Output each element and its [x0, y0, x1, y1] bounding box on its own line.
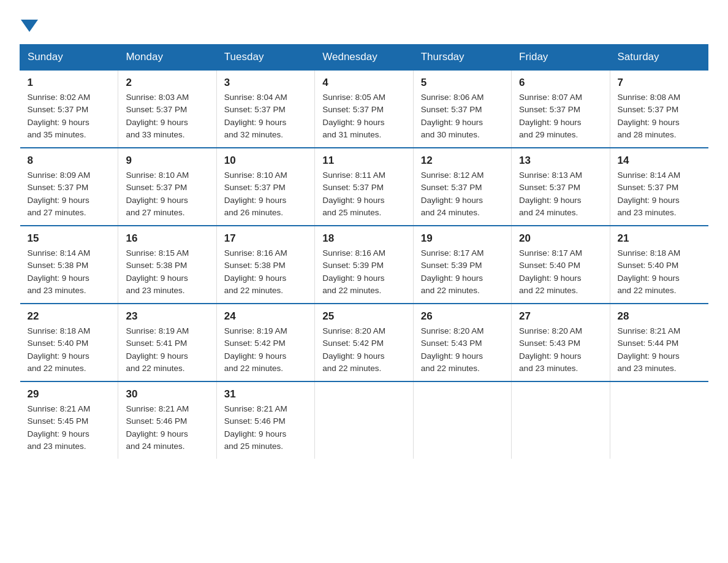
day-number: 21: [618, 232, 701, 245]
calendar-week-row: 8Sunrise: 8:09 AMSunset: 5:37 PMDaylight…: [20, 148, 708, 226]
calendar-day-cell: 5Sunrise: 8:06 AMSunset: 5:37 PMDaylight…: [413, 70, 511, 148]
day-info: Sunrise: 8:17 AMSunset: 5:39 PMDaylight:…: [421, 247, 504, 297]
calendar-day-cell: 29Sunrise: 8:21 AMSunset: 5:45 PMDayligh…: [20, 381, 118, 459]
calendar-day-cell: 9Sunrise: 8:10 AMSunset: 5:37 PMDaylight…: [118, 148, 216, 226]
day-number: 9: [126, 155, 208, 167]
day-info: Sunrise: 8:14 AMSunset: 5:38 PMDaylight:…: [28, 247, 111, 297]
day-info: Sunrise: 8:20 AMSunset: 5:42 PMDaylight:…: [322, 325, 405, 375]
day-info: Sunrise: 8:06 AMSunset: 5:37 PMDaylight:…: [421, 91, 504, 141]
calendar-day-cell: [512, 381, 610, 459]
day-info: Sunrise: 8:02 AMSunset: 5:37 PMDaylight:…: [28, 91, 111, 141]
day-number: 3: [224, 77, 307, 89]
day-number: 22: [28, 310, 111, 323]
day-of-week-header: Sunday: [20, 45, 118, 71]
day-number: 23: [126, 310, 208, 323]
calendar-day-cell: 22Sunrise: 8:18 AMSunset: 5:40 PMDayligh…: [20, 304, 118, 381]
logo-triangle-icon: [21, 20, 38, 32]
calendar-day-cell: 23Sunrise: 8:19 AMSunset: 5:41 PMDayligh…: [118, 304, 216, 381]
day-info: Sunrise: 8:10 AMSunset: 5:37 PMDaylight:…: [126, 169, 208, 219]
day-info: Sunrise: 8:20 AMSunset: 5:43 PMDaylight:…: [519, 325, 602, 375]
day-number: 27: [519, 310, 602, 323]
day-number: 7: [618, 77, 701, 89]
calendar-table: SundayMondayTuesdayWednesdayThursdayFrid…: [20, 44, 708, 459]
calendar-week-row: 29Sunrise: 8:21 AMSunset: 5:45 PMDayligh…: [20, 381, 708, 459]
calendar-day-cell: 20Sunrise: 8:17 AMSunset: 5:40 PMDayligh…: [512, 226, 610, 304]
calendar-day-cell: 17Sunrise: 8:16 AMSunset: 5:38 PMDayligh…: [216, 226, 314, 304]
day-number: 14: [618, 155, 701, 167]
day-number: 1: [28, 77, 111, 89]
calendar-header: SundayMondayTuesdayWednesdayThursdayFrid…: [20, 45, 708, 71]
calendar-day-cell: 18Sunrise: 8:16 AMSunset: 5:39 PMDayligh…: [315, 226, 413, 304]
day-info: Sunrise: 8:19 AMSunset: 5:41 PMDaylight:…: [126, 325, 208, 375]
calendar-day-cell: 21Sunrise: 8:18 AMSunset: 5:40 PMDayligh…: [610, 226, 708, 304]
day-number: 20: [519, 232, 602, 245]
day-info: Sunrise: 8:07 AMSunset: 5:37 PMDaylight:…: [519, 91, 602, 141]
day-number: 17: [224, 232, 307, 245]
calendar-week-row: 15Sunrise: 8:14 AMSunset: 5:38 PMDayligh…: [20, 226, 708, 304]
calendar-day-cell: 14Sunrise: 8:14 AMSunset: 5:37 PMDayligh…: [610, 148, 708, 226]
calendar-day-cell: 25Sunrise: 8:20 AMSunset: 5:42 PMDayligh…: [315, 304, 413, 381]
day-number: 2: [126, 77, 208, 89]
day-info: Sunrise: 8:11 AMSunset: 5:37 PMDaylight:…: [322, 169, 405, 219]
calendar-week-row: 22Sunrise: 8:18 AMSunset: 5:40 PMDayligh…: [20, 304, 708, 381]
day-info: Sunrise: 8:15 AMSunset: 5:38 PMDaylight:…: [126, 247, 208, 297]
day-of-week-header: Wednesday: [315, 45, 413, 71]
day-info: Sunrise: 8:18 AMSunset: 5:40 PMDaylight:…: [618, 247, 701, 297]
calendar-day-cell: 30Sunrise: 8:21 AMSunset: 5:46 PMDayligh…: [118, 381, 216, 459]
calendar-day-cell: 27Sunrise: 8:20 AMSunset: 5:43 PMDayligh…: [512, 304, 610, 381]
day-of-week-header: Thursday: [413, 45, 511, 71]
calendar-day-cell: 31Sunrise: 8:21 AMSunset: 5:46 PMDayligh…: [216, 381, 314, 459]
day-info: Sunrise: 8:13 AMSunset: 5:37 PMDaylight:…: [519, 169, 602, 219]
calendar-day-cell: 19Sunrise: 8:17 AMSunset: 5:39 PMDayligh…: [413, 226, 511, 304]
calendar-day-cell: 1Sunrise: 8:02 AMSunset: 5:37 PMDaylight…: [20, 70, 118, 148]
day-number: 15: [28, 232, 111, 245]
day-number: 28: [618, 310, 701, 323]
calendar-day-cell: [315, 381, 413, 459]
day-info: Sunrise: 8:20 AMSunset: 5:43 PMDaylight:…: [421, 325, 504, 375]
days-of-week-row: SundayMondayTuesdayWednesdayThursdayFrid…: [20, 45, 708, 71]
day-number: 19: [421, 232, 504, 245]
day-info: Sunrise: 8:21 AMSunset: 5:45 PMDaylight:…: [28, 403, 111, 453]
day-info: Sunrise: 8:14 AMSunset: 5:37 PMDaylight:…: [618, 169, 701, 219]
day-info: Sunrise: 8:05 AMSunset: 5:37 PMDaylight:…: [322, 91, 405, 141]
calendar-day-cell: 7Sunrise: 8:08 AMSunset: 5:37 PMDaylight…: [610, 70, 708, 148]
day-number: 5: [421, 77, 504, 89]
calendar-day-cell: 16Sunrise: 8:15 AMSunset: 5:38 PMDayligh…: [118, 226, 216, 304]
day-info: Sunrise: 8:21 AMSunset: 5:44 PMDaylight:…: [618, 325, 701, 375]
day-info: Sunrise: 8:04 AMSunset: 5:37 PMDaylight:…: [224, 91, 307, 141]
calendar-day-cell: 3Sunrise: 8:04 AMSunset: 5:37 PMDaylight…: [216, 70, 314, 148]
day-info: Sunrise: 8:18 AMSunset: 5:40 PMDaylight:…: [28, 325, 111, 375]
day-number: 12: [421, 155, 504, 167]
calendar-day-cell: 4Sunrise: 8:05 AMSunset: 5:37 PMDaylight…: [315, 70, 413, 148]
calendar-day-cell: [413, 381, 511, 459]
day-number: 10: [224, 155, 307, 167]
page-header: [20, 15, 708, 32]
day-info: Sunrise: 8:12 AMSunset: 5:37 PMDaylight:…: [421, 169, 504, 219]
day-number: 8: [28, 155, 111, 167]
calendar-day-cell: 28Sunrise: 8:21 AMSunset: 5:44 PMDayligh…: [610, 304, 708, 381]
calendar-day-cell: 10Sunrise: 8:10 AMSunset: 5:37 PMDayligh…: [216, 148, 314, 226]
day-info: Sunrise: 8:08 AMSunset: 5:37 PMDaylight:…: [618, 91, 701, 141]
calendar-week-row: 1Sunrise: 8:02 AMSunset: 5:37 PMDaylight…: [20, 70, 708, 148]
day-info: Sunrise: 8:16 AMSunset: 5:39 PMDaylight:…: [322, 247, 405, 297]
logo: [20, 15, 39, 32]
day-number: 24: [224, 310, 307, 323]
day-info: Sunrise: 8:21 AMSunset: 5:46 PMDaylight:…: [126, 403, 208, 453]
calendar-day-cell: [610, 381, 708, 459]
day-of-week-header: Friday: [512, 45, 610, 71]
day-info: Sunrise: 8:03 AMSunset: 5:37 PMDaylight:…: [126, 91, 208, 141]
day-info: Sunrise: 8:21 AMSunset: 5:46 PMDaylight:…: [224, 403, 307, 453]
calendar-day-cell: 26Sunrise: 8:20 AMSunset: 5:43 PMDayligh…: [413, 304, 511, 381]
calendar-day-cell: 15Sunrise: 8:14 AMSunset: 5:38 PMDayligh…: [20, 226, 118, 304]
day-info: Sunrise: 8:16 AMSunset: 5:38 PMDaylight:…: [224, 247, 307, 297]
day-of-week-header: Tuesday: [216, 45, 314, 71]
calendar-day-cell: 8Sunrise: 8:09 AMSunset: 5:37 PMDaylight…: [20, 148, 118, 226]
day-number: 30: [126, 388, 208, 400]
day-info: Sunrise: 8:17 AMSunset: 5:40 PMDaylight:…: [519, 247, 602, 297]
day-info: Sunrise: 8:19 AMSunset: 5:42 PMDaylight:…: [224, 325, 307, 375]
day-number: 29: [28, 388, 111, 400]
day-info: Sunrise: 8:09 AMSunset: 5:37 PMDaylight:…: [28, 169, 111, 219]
day-number: 11: [322, 155, 405, 167]
day-number: 16: [126, 232, 208, 245]
calendar-day-cell: 24Sunrise: 8:19 AMSunset: 5:42 PMDayligh…: [216, 304, 314, 381]
